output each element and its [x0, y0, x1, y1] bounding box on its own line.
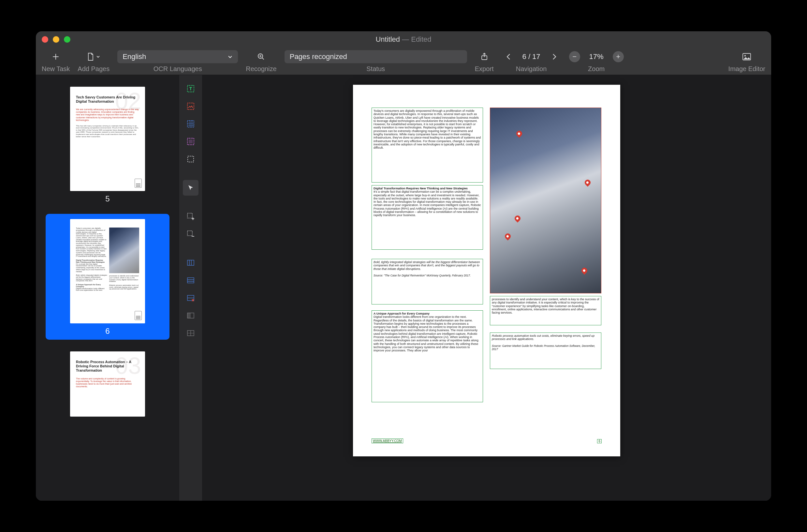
zoom-level[interactable]: 17% [583, 53, 610, 61]
area-tools-palette: T [179, 75, 202, 501]
text-zone[interactable]: Robotic process automation tools cut cos… [490, 332, 601, 369]
page-indicator[interactable]: 6 / 17 [519, 53, 544, 61]
status-bar: Pages recognized [285, 50, 467, 63]
add-vertical-separator-tool[interactable] [183, 255, 198, 270]
recognize-label: Recognize [246, 65, 277, 73]
export-button[interactable] [477, 50, 492, 63]
ocr-language-select[interactable]: English [117, 50, 238, 63]
maximize-window-button[interactable] [64, 36, 71, 43]
prev-page-button[interactable] [502, 50, 516, 63]
status-label: Status [366, 65, 385, 73]
svg-rect-9 [189, 139, 193, 144]
document-page[interactable]: Today's consumers are digitally empowere… [353, 85, 620, 456]
close-window-button[interactable] [42, 36, 48, 43]
add-horizontal-separator-tool[interactable] [183, 272, 198, 288]
background-picture-tool[interactable] [183, 134, 198, 149]
pointer-tool[interactable] [183, 180, 198, 195]
svg-rect-13 [187, 260, 194, 265]
new-task-button[interactable] [49, 50, 63, 63]
recognition-area-tool[interactable] [183, 151, 198, 167]
export-label: Export [475, 65, 494, 73]
svg-rect-11 [187, 213, 192, 218]
thumbnail-number: 6 [105, 327, 110, 336]
footer-link[interactable]: WWW.ABBYY.COM [371, 438, 403, 443]
toolbar: New Task Add Pages English OCR Languages [36, 48, 771, 75]
doc-icon [135, 311, 142, 320]
svg-rect-6 [187, 103, 194, 110]
zoom-out-button[interactable]: − [569, 51, 580, 62]
split-cells-tool[interactable] [183, 325, 198, 341]
picture-zone[interactable] [490, 108, 601, 293]
text-zone[interactable]: Digital Transformation Requires New Thin… [371, 185, 483, 250]
svg-rect-12 [187, 231, 192, 236]
text-zone[interactable]: A Unique Approach for Every CompanyDigit… [371, 310, 483, 402]
merge-cells-tool[interactable] [183, 308, 198, 323]
thumbnail-preview: Today's consumers are digitally empowere… [70, 219, 145, 323]
window-title: Untitled — Edited [36, 35, 771, 44]
thumbnail-page-6[interactable]: Today's consumers are digitally empowere… [46, 214, 170, 340]
chevron-down-icon [96, 55, 100, 59]
app-window: Untitled — Edited New Task Add Pages [36, 31, 771, 501]
add-pages-label: Add Pages [78, 65, 110, 73]
image-editor-label: Image Editor [728, 65, 765, 73]
add-pages-button[interactable] [87, 50, 101, 63]
next-page-button[interactable] [547, 50, 561, 63]
thumbnail-preview: 03 Robotic Process Automation – A Drivin… [70, 352, 145, 417]
ocr-languages-label: OCR Languages [154, 65, 202, 73]
page-canvas[interactable]: Today's consumers are digitally empowere… [202, 75, 771, 501]
titlebar: Untitled — Edited [36, 31, 771, 48]
navigation-label: Navigation [516, 65, 547, 73]
thumbnail-page-5[interactable]: 02 Tech Savvy Customers Are Driving Digi… [46, 81, 170, 207]
footer-page-number: 6 [597, 439, 602, 443]
add-area-part-tool[interactable] [183, 209, 198, 224]
text-area-tool[interactable]: T [183, 81, 198, 96]
text-zone[interactable]: Today's consumers are digitally empowere… [371, 108, 483, 183]
zoom-label: Zoom [588, 65, 604, 73]
picture-area-tool[interactable] [183, 98, 198, 114]
zoom-in-button[interactable]: + [613, 51, 624, 62]
thumbnails-panel[interactable]: 02 Tech Savvy Customers Are Driving Digi… [36, 75, 179, 501]
svg-text:T: T [189, 86, 192, 91]
svg-point-3 [745, 55, 746, 56]
minimize-window-button[interactable] [53, 36, 59, 43]
svg-rect-7 [187, 120, 194, 127]
svg-rect-17 [187, 313, 191, 318]
remove-area-part-tool[interactable] [183, 226, 198, 242]
svg-rect-10 [188, 156, 194, 162]
thumbnail-preview: 02 Tech Savvy Customers Are Driving Digi… [70, 87, 145, 191]
window-controls [42, 36, 71, 43]
chevron-down-icon [228, 54, 233, 59]
svg-rect-14 [187, 278, 194, 283]
thumbnail-number: 5 [105, 194, 110, 204]
table-area-tool[interactable] [183, 116, 198, 132]
thumbnail-page-7[interactable]: 03 Robotic Process Automation – A Drivin… [46, 346, 170, 420]
recognize-button[interactable] [254, 50, 268, 63]
image-editor-button[interactable] [739, 50, 754, 63]
text-zone[interactable]: Bold, tightly integrated digital strateg… [371, 259, 483, 304]
app-body: 02 Tech Savvy Customers Are Driving Digi… [36, 75, 771, 501]
doc-icon [135, 179, 142, 188]
text-zone[interactable]: processes to identify and understand you… [490, 296, 601, 325]
new-task-label: New Task [42, 65, 70, 73]
delete-separator-tool[interactable] [183, 290, 198, 306]
